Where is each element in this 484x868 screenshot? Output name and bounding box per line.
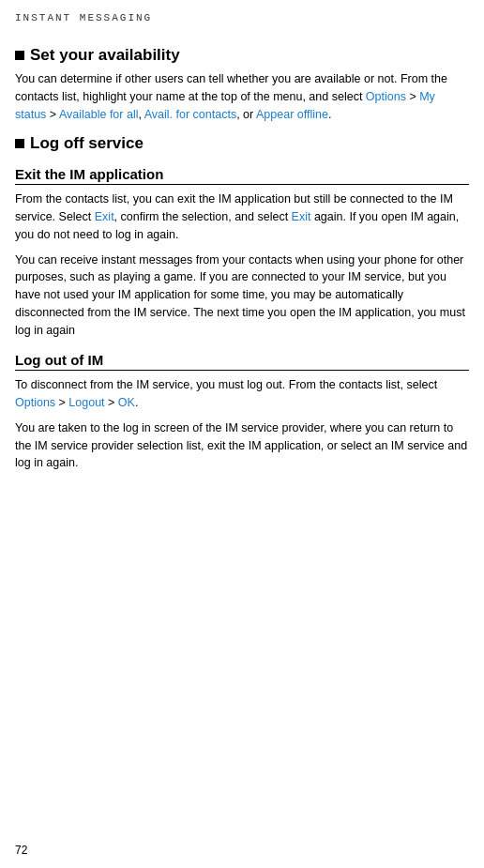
- link-appear-offline: Appear offline: [256, 108, 328, 121]
- link-options-2: Options: [15, 396, 55, 409]
- link-exit-1: Exit: [95, 210, 114, 223]
- link-logout: Logout: [68, 396, 104, 409]
- link-available-for-all: Available for all: [59, 108, 139, 121]
- exit-im-heading: Exit the IM application: [15, 166, 469, 185]
- page-number: 72: [15, 844, 27, 857]
- header-title: Instant messaging: [15, 12, 152, 23]
- set-availability-body: You can determine if other users can tel…: [15, 70, 469, 123]
- link-options-1: Options: [366, 90, 406, 103]
- log-off-service-title: Log off service: [30, 134, 144, 153]
- bullet-icon: [15, 51, 24, 60]
- exit-im-body-1: From the contacts list, you can exit the…: [15, 190, 469, 243]
- main-content: Set your availability You can determine …: [0, 27, 484, 495]
- log-out-im-heading: Log out of IM: [15, 352, 469, 371]
- set-availability-title: Set your availability: [30, 46, 180, 65]
- log-out-im-body-1: To disconnect from the IM service, you m…: [15, 376, 469, 412]
- bullet-icon-2: [15, 139, 24, 148]
- link-avail-for-contacts: Avail. for contacts: [144, 108, 236, 121]
- exit-im-body-2: You can receive instant messages from yo…: [15, 251, 469, 340]
- page-header: Instant messaging: [0, 0, 484, 27]
- log-out-im-body-2: You are taken to the log in screen of th…: [15, 419, 469, 472]
- log-off-service-heading: Log off service: [15, 134, 469, 153]
- link-exit-2: Exit: [292, 210, 311, 223]
- set-availability-heading: Set your availability: [15, 46, 469, 65]
- link-ok: OK: [118, 396, 135, 409]
